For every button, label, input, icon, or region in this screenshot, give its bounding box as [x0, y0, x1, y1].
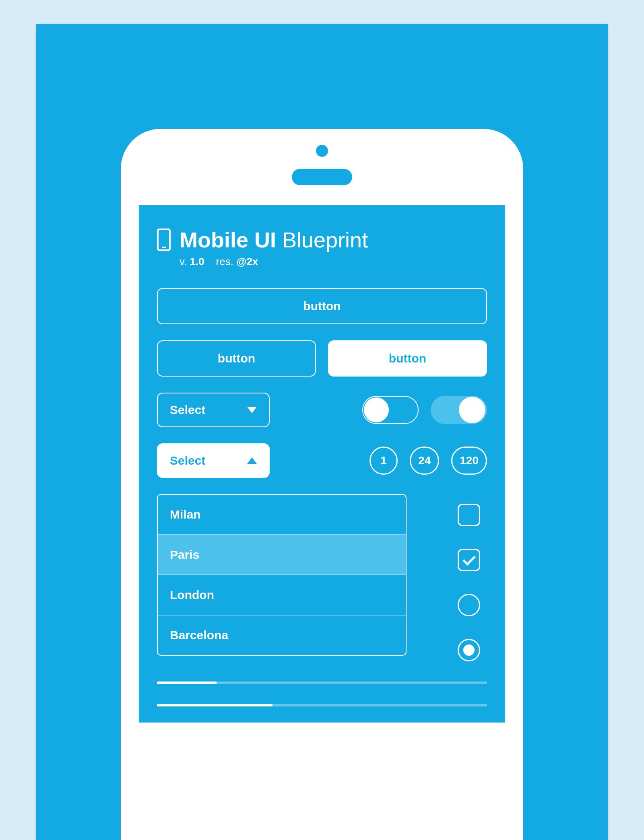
progress-fill	[157, 681, 217, 684]
button-half-outline[interactable]: button	[157, 340, 316, 377]
list-box: Milan Paris London Barcelona	[157, 494, 407, 656]
list-item[interactable]: Milan	[158, 495, 406, 535]
res-value: @2x	[236, 255, 258, 268]
button-full[interactable]: button	[157, 288, 487, 324]
phone-icon	[157, 229, 171, 251]
speaker-slot	[292, 169, 352, 185]
version-value: 1.0	[190, 255, 204, 268]
radio-unselected[interactable]	[458, 594, 480, 616]
select-closed-label: Select	[170, 403, 205, 417]
page-title: Mobile UI Blueprint	[180, 227, 368, 252]
select-closed[interactable]: Select	[157, 393, 270, 427]
canvas: Mobile UI Blueprint v. 1.0 res. @2x butt…	[36, 24, 608, 840]
control-column	[451, 494, 487, 661]
progress-bar-1[interactable]	[157, 681, 487, 684]
toggle-off[interactable]	[362, 396, 419, 424]
checkbox-checked[interactable]	[458, 549, 480, 571]
list-item[interactable]: Barcelona	[158, 616, 406, 655]
progress-fill	[157, 704, 272, 706]
caret-down-icon	[247, 407, 257, 413]
toggle-on[interactable]	[431, 396, 487, 424]
select-open[interactable]: Select	[157, 443, 270, 478]
select-open-label: Select	[170, 454, 205, 467]
progress-bar-2[interactable]	[157, 704, 487, 706]
phone-frame: Mobile UI Blueprint v. 1.0 res. @2x butt…	[121, 129, 523, 840]
radio-selected[interactable]	[458, 639, 480, 661]
list-item[interactable]: London	[158, 575, 406, 616]
count-badge-2[interactable]: 24	[410, 447, 439, 475]
header: Mobile UI Blueprint	[157, 227, 487, 252]
count-badge-1[interactable]: 1	[369, 447, 398, 475]
title-bold: Mobile UI	[180, 228, 276, 252]
phone-screen: Mobile UI Blueprint v. 1.0 res. @2x butt…	[139, 205, 505, 723]
res-prefix: res.	[216, 255, 233, 268]
list-item[interactable]: Paris	[158, 535, 406, 575]
count-badge-3[interactable]: 120	[451, 447, 487, 475]
subtitle: v. 1.0 res. @2x	[180, 255, 487, 268]
button-half-filled[interactable]: button	[328, 340, 487, 377]
version-prefix: v.	[180, 255, 187, 268]
checkbox-unchecked[interactable]	[458, 504, 480, 526]
title-light: Blueprint	[282, 228, 368, 252]
caret-up-icon	[247, 457, 257, 464]
camera-dot	[316, 145, 328, 157]
